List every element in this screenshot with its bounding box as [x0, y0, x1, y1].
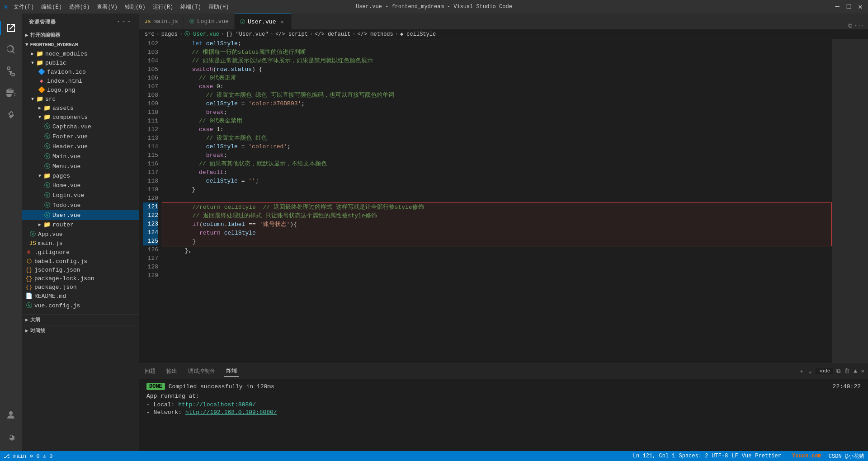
sidebar-item-pages[interactable]: ▼ 📁 pages [22, 171, 139, 180]
sidebar-item-menu[interactable]: ⓥ Menu.vue [22, 161, 139, 171]
cursor-position[interactable]: Ln 121, Col 1 [633, 453, 675, 459]
code-line-126: }, [164, 246, 832, 255]
folder-icon: 📁 [43, 104, 51, 112]
sidebar-item-app[interactable]: ⓥ App.vue [22, 229, 139, 239]
sidebar-item-readme[interactable]: 📄 README.md [22, 292, 139, 301]
code-editor[interactable]: let cellStyle; // 根据每一行的status属性的值进行判断 /… [162, 39, 832, 363]
main-layout: 资源管理器 ··· ▶ 打开的编辑器 ▼ FRONTEND_MYDREAM ▶ … [0, 14, 868, 451]
tab-label: main.js [153, 18, 178, 25]
json-icon: {} [25, 267, 33, 273]
sidebar-item-jsconfig[interactable]: {} jsconfig.json [22, 266, 139, 274]
menu-file[interactable]: 文件(F) [14, 3, 34, 11]
sidebar-item-favicon[interactable]: 🔷 favicon.ico [22, 67, 139, 76]
sidebar-item-captcha[interactable]: ⓥ Captcha.vue [22, 122, 139, 132]
open-editors-section[interactable]: ▶ 打开的编辑器 [22, 30, 139, 40]
menu-edit[interactable]: 编辑(E) [41, 3, 62, 11]
code-line-120 [164, 194, 832, 202]
tab-mainjs[interactable]: JS main.js [139, 14, 184, 29]
activity-extensions[interactable] [0, 104, 22, 126]
window-minimize[interactable]: ─ [833, 3, 841, 11]
tab-login[interactable]: ⓥ Login.vue [184, 14, 235, 29]
sidebar-item-main-vue[interactable]: ⓥ Main.vue [22, 151, 139, 161]
sidebar-item-index-html[interactable]: ◆ index.html [22, 76, 139, 85]
sidebar-item-babel[interactable]: ⬡ babel.config.js [22, 257, 139, 266]
menu-goto[interactable]: 转到(G) [125, 3, 146, 11]
sidebar-item-package-lock[interactable]: {} package-lock.json [22, 274, 139, 283]
network-url[interactable]: http://192.168.0.109:8080/ [185, 409, 277, 416]
add-terminal-icon[interactable]: ＋ [799, 367, 805, 375]
code-line-124: return cellStyle [164, 229, 831, 237]
project-section[interactable]: ▼ FRONTEND_MYDREAM [22, 40, 139, 49]
chevron-right-icon: ▶ [25, 32, 28, 38]
activity-debug[interactable] [0, 82, 22, 104]
activity-explorer[interactable] [0, 17, 22, 39]
window-maximize[interactable]: □ [845, 3, 853, 11]
sidebar-item-vueconfig[interactable]: ⓥ vue.config.js [22, 301, 139, 310]
sidebar-item-header[interactable]: ⓥ Header.vue [22, 141, 139, 151]
sidebar-item-todo[interactable]: ⓥ Todo.vue [22, 200, 139, 210]
terminal-tab-output[interactable]: 输出 [165, 366, 179, 377]
more-tabs-icon[interactable]: ··· [854, 23, 864, 29]
sidebar-item-logo[interactable]: 🔶 logo.png [22, 85, 139, 94]
code-line-103: // 根据每一行的status属性的值进行判断 [164, 48, 832, 56]
node-badge: node [816, 368, 833, 374]
sidebar-item-gitignore[interactable]: ⊗ .gitignore [22, 248, 139, 257]
app-running-text: App running at: [146, 393, 199, 400]
language-mode[interactable]: Vue [742, 453, 752, 459]
sidebar-item-mainjs[interactable]: JS main.js [22, 239, 139, 248]
delete-terminal-icon[interactable]: 🗑 [844, 368, 850, 375]
activity-search[interactable] [0, 39, 22, 61]
sidebar-item-src[interactable]: ▼ 📁 src [22, 94, 139, 103]
tree-label: jsconfig.json [34, 267, 80, 273]
tab-close-button[interactable]: ✕ [278, 18, 286, 25]
tree-label: package-lock.json [34, 275, 94, 282]
close-terminal-icon[interactable]: ✕ [861, 367, 864, 375]
js-file-icon: JS [145, 19, 151, 24]
line-ending[interactable]: LF [731, 453, 738, 459]
activity-settings[interactable] [0, 426, 22, 447]
breadcrumb-src: src [145, 31, 155, 38]
sidebar-item-user[interactable]: ⓥ User.vue [22, 210, 139, 220]
sidebar-item-components[interactable]: ▼ 📁 components [22, 113, 139, 122]
menu-select[interactable]: 选择(S) [69, 3, 90, 11]
terminal-tab-debug[interactable]: 调试控制台 [186, 366, 217, 377]
split-terminal-icon[interactable]: ⧉ [836, 368, 840, 375]
menu-terminal[interactable]: 终端(T) [180, 3, 201, 11]
tree-label: vue.config.js [34, 302, 80, 309]
menu-run[interactable]: 运行(R) [153, 3, 174, 11]
sidebar-item-footer[interactable]: ⓥ Footer.vue [22, 132, 139, 141]
terminal-tab-problems[interactable]: 问题 [143, 366, 157, 377]
window-close[interactable]: ✕ [856, 2, 864, 11]
encoding[interactable]: UTF-8 [712, 453, 728, 459]
outline-header[interactable]: ▶ 大纲 [22, 315, 139, 325]
local-url[interactable]: http://localhost:8080/ [178, 401, 256, 408]
menu-help[interactable]: 帮助(H) [208, 3, 229, 11]
git-branch[interactable]: ⎇ main [4, 453, 26, 460]
indentation[interactable]: Spaces: 2 [679, 453, 708, 459]
activity-scm[interactable] [0, 61, 22, 82]
sidebar-item-assets[interactable]: ▶ 📁 assets [22, 103, 139, 113]
tab-user[interactable]: ⓥ User.vue ✕ [235, 14, 292, 29]
vue-icon: ⓥ [43, 162, 51, 170]
maximize-terminal-icon[interactable]: ▲ [854, 368, 857, 375]
split-editor-icon[interactable]: ⧉ [848, 23, 852, 29]
sidebar-item-login[interactable]: ⓥ Login.vue [22, 190, 139, 200]
sidebar-item-node-modules[interactable]: ▶ 📁 node_modules [22, 49, 139, 58]
formatter[interactable]: Prettier [755, 453, 781, 459]
terminal-tab-terminal[interactable]: 终端 [224, 365, 239, 377]
sidebar-item-public[interactable]: ▼ 📁 public [22, 58, 139, 67]
babel-icon: ⬡ [25, 258, 33, 265]
terminal-dropdown-icon[interactable]: ⌄ [808, 367, 812, 375]
timeline-header[interactable]: ▶ 时间线 [22, 325, 139, 336]
activity-account[interactable] [0, 404, 22, 426]
sidebar-more-icon[interactable]: ··· [116, 17, 132, 26]
sidebar: 资源管理器 ··· ▶ 打开的编辑器 ▼ FRONTEND_MYDREAM ▶ … [22, 14, 139, 451]
menu-view[interactable]: 查看(V) [97, 3, 118, 11]
local-label: - Local: [146, 401, 175, 408]
errors-count[interactable]: ⊗ 0 ⚠ 0 [30, 453, 52, 460]
sidebar-item-package[interactable]: {} package.json [22, 283, 139, 292]
sidebar-item-home[interactable]: ⓥ Home.vue [22, 180, 139, 190]
outline-label: 大纲 [30, 316, 40, 323]
chevron-right-icon: ▶ [36, 222, 43, 227]
sidebar-item-router[interactable]: ▶ 📁 router [22, 220, 139, 229]
